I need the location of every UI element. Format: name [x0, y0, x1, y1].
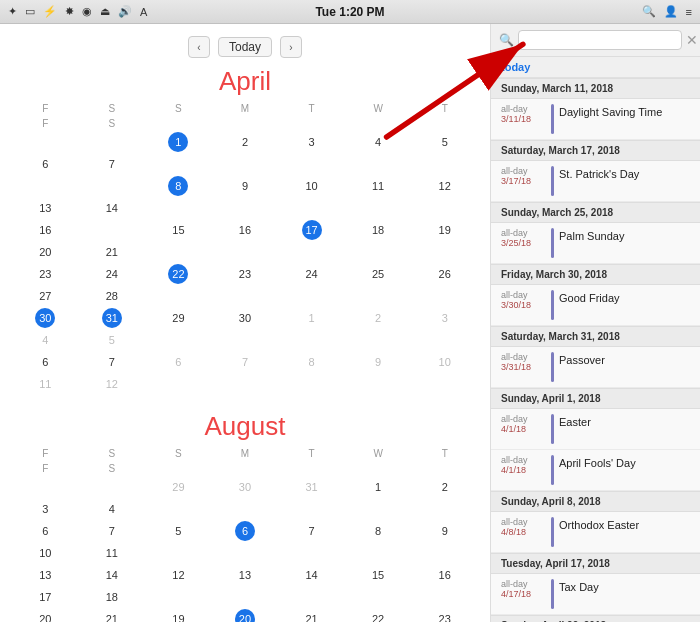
results-list[interactable]: Sunday, March 11, 2018 all-day 3/11/18 D…: [491, 78, 700, 622]
cal-day[interactable]: 4: [12, 329, 79, 351]
cal-day[interactable]: 10: [12, 542, 79, 564]
cal-day[interactable]: 16: [411, 564, 478, 586]
cal-day[interactable]: 2: [411, 476, 478, 498]
cal-day[interactable]: 19: [411, 219, 478, 241]
dropbox-icon[interactable]: ✦: [8, 5, 17, 18]
user-icon[interactable]: 👤: [664, 5, 678, 18]
cal-day[interactable]: 7: [79, 153, 146, 175]
eject-icon[interactable]: ⏏: [100, 5, 110, 18]
cal-day[interactable]: 19: [145, 608, 212, 622]
cal-day[interactable]: 13: [12, 197, 79, 219]
cal-day[interactable]: 31: [278, 476, 345, 498]
cal-day[interactable]: 16: [212, 219, 279, 241]
cal-day[interactable]: [12, 476, 79, 498]
search-clear-icon[interactable]: ✕: [686, 32, 698, 48]
list-item[interactable]: all-day 4/8/18 Orthodox Easter: [491, 512, 700, 553]
cal-day[interactable]: 9: [212, 175, 279, 197]
cal-day[interactable]: 30: [12, 307, 79, 329]
cal-day[interactable]: 24: [79, 263, 146, 285]
cal-day[interactable]: 10: [278, 175, 345, 197]
cal-day[interactable]: 5: [145, 520, 212, 542]
cal-day[interactable]: 31: [79, 307, 146, 329]
cal-day[interactable]: 12: [145, 564, 212, 586]
cal-day[interactable]: 12: [79, 373, 146, 395]
cal-day[interactable]: 13: [212, 564, 279, 586]
cal-day[interactable]: 28: [79, 285, 146, 307]
cal-day[interactable]: 15: [345, 564, 412, 586]
cal-day[interactable]: 29: [145, 307, 212, 329]
cal-day[interactable]: [12, 131, 79, 153]
wifi-icon[interactable]: ◉: [82, 5, 92, 18]
cal-day[interactable]: 25: [345, 263, 412, 285]
cal-day[interactable]: 29: [145, 476, 212, 498]
cal-day[interactable]: 13: [12, 564, 79, 586]
cal-day[interactable]: 1: [145, 131, 212, 153]
cal-day[interactable]: 6: [12, 351, 79, 373]
cal-day[interactable]: 21: [278, 608, 345, 622]
cal-day[interactable]: 11: [79, 542, 146, 564]
cal-day[interactable]: 4: [345, 131, 412, 153]
list-item[interactable]: all-day 3/30/18 Good Friday: [491, 285, 700, 326]
next-button[interactable]: ›: [280, 36, 302, 58]
list-item[interactable]: all-day 4/1/18 Easter: [491, 409, 700, 450]
cal-day[interactable]: 27: [12, 285, 79, 307]
cal-day[interactable]: 1: [345, 476, 412, 498]
cal-day[interactable]: 3: [278, 131, 345, 153]
cal-day[interactable]: 8: [345, 520, 412, 542]
cal-day[interactable]: 21: [79, 608, 146, 622]
cal-day[interactable]: 23: [212, 263, 279, 285]
cal-day[interactable]: [79, 175, 146, 197]
cal-day[interactable]: 5: [79, 329, 146, 351]
cal-day[interactable]: 10: [411, 351, 478, 373]
cal-day[interactable]: 15: [145, 219, 212, 241]
bolt-icon[interactable]: ⚡: [43, 5, 57, 18]
cal-day[interactable]: 12: [411, 175, 478, 197]
volume-icon[interactable]: 🔊: [118, 5, 132, 18]
cal-day[interactable]: 16: [12, 219, 79, 241]
cal-day[interactable]: 3: [411, 307, 478, 329]
cal-day[interactable]: 22: [145, 263, 212, 285]
cal-day[interactable]: 2: [212, 131, 279, 153]
search-menubar-icon[interactable]: 🔍: [642, 5, 656, 18]
cal-day[interactable]: 11: [12, 373, 79, 395]
cal-day[interactable]: 23: [411, 608, 478, 622]
cal-day[interactable]: 18: [79, 586, 146, 608]
text-icon[interactable]: A: [140, 6, 147, 18]
cal-day[interactable]: [12, 175, 79, 197]
cal-day[interactable]: 17: [278, 219, 345, 241]
cal-day[interactable]: 20: [12, 241, 79, 263]
list-item[interactable]: all-day 4/17/18 Tax Day: [491, 574, 700, 615]
cal-day[interactable]: 7: [79, 520, 146, 542]
cal-day[interactable]: [79, 219, 146, 241]
cal-day[interactable]: 1: [278, 307, 345, 329]
cal-day[interactable]: 22: [345, 608, 412, 622]
cal-day[interactable]: 9: [411, 520, 478, 542]
cal-day[interactable]: 30: [212, 307, 279, 329]
list-item[interactable]: all-day 3/11/18 Daylight Saving Time: [491, 99, 700, 140]
search-input[interactable]: [518, 30, 682, 50]
cal-day[interactable]: 30: [212, 476, 279, 498]
cal-day[interactable]: 7: [79, 351, 146, 373]
list-item[interactable]: all-day 3/25/18 Palm Sunday: [491, 223, 700, 264]
cal-day[interactable]: 21: [79, 241, 146, 263]
list-item[interactable]: all-day 3/17/18 St. Patrick's Day: [491, 161, 700, 202]
cal-day[interactable]: 4: [79, 498, 146, 520]
cal-day[interactable]: 6: [145, 351, 212, 373]
cal-day[interactable]: [79, 131, 146, 153]
cal-day[interactable]: [79, 476, 146, 498]
cal-day[interactable]: 20: [12, 608, 79, 622]
cal-day[interactable]: 5: [411, 131, 478, 153]
cal-day[interactable]: 14: [278, 564, 345, 586]
cal-day[interactable]: 24: [278, 263, 345, 285]
cal-day[interactable]: 14: [79, 564, 146, 586]
cal-day[interactable]: 11: [345, 175, 412, 197]
cal-day[interactable]: 7: [278, 520, 345, 542]
list-item[interactable]: all-day 3/31/18 Passover: [491, 347, 700, 388]
cal-day[interactable]: 8: [278, 351, 345, 373]
prev-button[interactable]: ‹: [188, 36, 210, 58]
cal-day[interactable]: 14: [79, 197, 146, 219]
today-button[interactable]: Today: [218, 37, 272, 57]
cal-day[interactable]: 26: [411, 263, 478, 285]
list-item[interactable]: all-day 4/1/18 April Fools' Day: [491, 450, 700, 491]
cal-day[interactable]: 9: [345, 351, 412, 373]
